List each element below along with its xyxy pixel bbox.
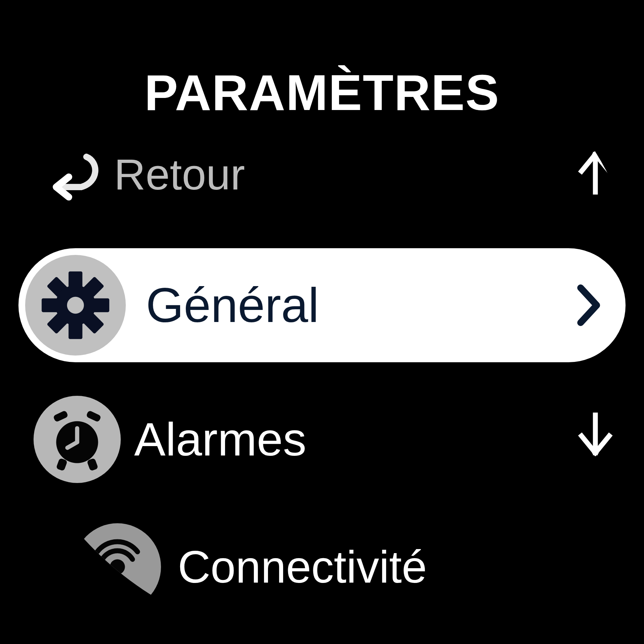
- menu-item-alarms[interactable]: Alarmes: [0, 396, 644, 483]
- svg-point-9: [67, 297, 84, 314]
- alarm-clock-icon: [34, 396, 121, 483]
- gear-icon: [25, 255, 126, 356]
- return-icon: [44, 144, 104, 205]
- menu-item-label: Connectivité: [178, 541, 427, 593]
- menu-item-general[interactable]: Général: [18, 248, 626, 362]
- alarm-icon-container: [34, 396, 121, 483]
- svg-rect-10: [53, 410, 69, 422]
- gear-icon-container: [25, 255, 126, 356]
- menu-item-connectivity[interactable]: Connectivité: [0, 523, 644, 610]
- svg-rect-13: [56, 458, 68, 471]
- connectivity-icon: [74, 523, 161, 610]
- svg-point-17: [110, 559, 125, 575]
- menu-item-label: Retour: [114, 149, 245, 200]
- svg-rect-14: [87, 458, 98, 471]
- page-title: PARAMÈTRES: [0, 64, 644, 122]
- svg-rect-11: [86, 410, 102, 422]
- chevron-right-icon: [575, 283, 602, 327]
- watch-face: PARAMÈTRES Retour: [0, 0, 644, 644]
- menu-item-back[interactable]: Retour: [0, 144, 644, 205]
- menu-item-label: Général: [146, 277, 575, 333]
- menu-item-label: Alarmes: [134, 412, 306, 467]
- connectivity-icon-container: [74, 523, 161, 610]
